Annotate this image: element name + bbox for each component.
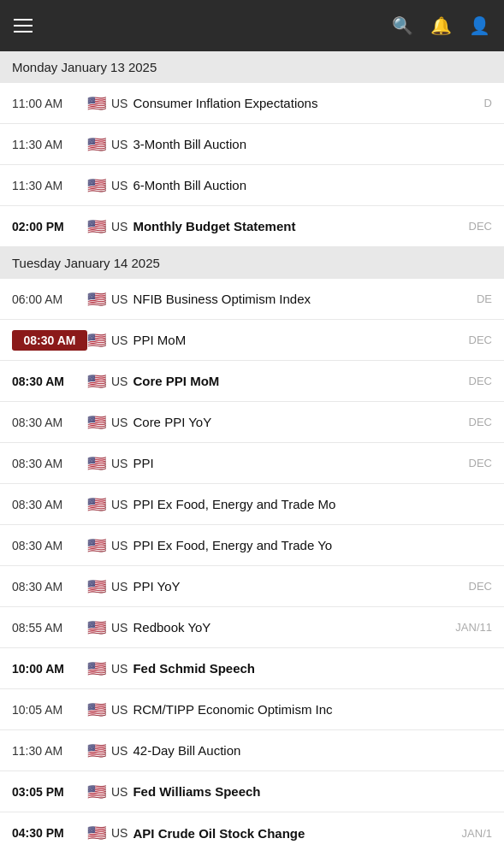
country-label: US [111,539,127,552]
country-flag: 🇺🇸 [87,577,106,596]
country-label: US [111,498,127,511]
event-tag: DEC [469,220,492,233]
event-row[interactable]: 06:00 AM🇺🇸USNFIB Business Optimism Index… [0,279,504,320]
event-row[interactable]: 08:30 AM🇺🇸USPPI Ex Food, Energy and Trad… [0,484,504,525]
event-time: 08:30 AM [12,580,87,593]
search-icon[interactable]: 🔍 [392,15,413,36]
event-time: 08:30 AM [12,498,87,511]
event-name: PPI MoM [133,333,464,347]
header-icons: 🔍 🔔 👤 [392,15,490,36]
event-name: 6-Month Bill Auction [133,178,492,192]
country-flag: 🇺🇸 [87,331,106,350]
country-label: US [111,416,127,429]
event-name: Redbook YoY [133,620,451,635]
country-flag: 🇺🇸 [87,176,106,195]
country-label: US [111,138,127,151]
event-time: 08:30 AM [12,330,87,351]
event-tag: DEC [469,416,492,428]
country-flag: 🇺🇸 [87,135,106,154]
country-flag: 🇺🇸 [87,217,106,236]
country-label: US [111,334,127,347]
date-header-0: Monday January 13 2025 [0,51,504,83]
country-flag: 🇺🇸 [87,94,106,113]
country-label: US [111,662,127,676]
event-row[interactable]: 08:30 AM🇺🇸USPPI YoYDEC [0,566,504,607]
notification-icon[interactable]: 🔔 [430,15,452,36]
event-name: 3-Month Bill Auction [133,137,492,151]
event-time: 06:00 AM [12,292,87,306]
country-flag: 🇺🇸 [87,782,106,801]
country-flag: 🇺🇸 [87,741,106,760]
event-row[interactable]: 11:30 AM🇺🇸US6-Month Bill Auction [0,165,504,206]
event-time: 08:30 AM [12,375,87,388]
event-time: 10:05 AM [12,703,87,717]
country-label: US [111,220,127,233]
event-time: 02:00 PM [12,220,87,233]
event-row[interactable]: 10:00 AM🇺🇸USFed Schmid Speech [0,648,504,689]
event-row[interactable]: 03:05 PM🇺🇸USFed Williams Speech [0,771,504,812]
event-time: 10:00 AM [12,662,87,676]
event-row[interactable]: 11:30 AM🇺🇸US42-Day Bill Auction [0,730,504,771]
event-row[interactable]: 10:05 AM🇺🇸USRCM/TIPP Economic Optimism I… [0,689,504,730]
event-tag: DEC [469,334,492,346]
event-time: 03:05 PM [12,785,87,799]
country-flag: 🇺🇸 [87,536,106,555]
country-flag: 🇺🇸 [87,372,106,391]
app-logo [44,17,392,34]
country-label: US [111,179,127,192]
event-row[interactable]: 08:30 AM🇺🇸USPPIDEC [0,443,504,484]
event-tag: JAN/11 [455,621,492,634]
calendar-content: Monday January 13 202511:00 AM🇺🇸USConsum… [0,51,504,853]
event-name: Consumer Inflation Expectations [133,96,479,110]
country-label: US [111,97,127,110]
country-flag: 🇺🇸 [87,824,106,842]
event-time: 11:30 AM [12,138,87,151]
country-flag: 🇺🇸 [87,413,106,432]
event-tag: JAN/1 [462,827,492,840]
country-label: US [111,457,127,470]
country-flag: 🇺🇸 [87,290,106,309]
country-label: US [111,292,127,306]
event-name: NFIB Business Optimism Index [133,292,471,306]
event-tag: DEC [469,457,492,469]
event-row[interactable]: 08:30 AM🇺🇸USCore PPI MoMDEC [0,361,504,402]
event-tag: D [484,97,492,109]
country-flag: 🇺🇸 [87,700,106,719]
event-row[interactable]: 08:55 AM🇺🇸USRedbook YoYJAN/11 [0,607,504,648]
event-name: PPI YoY [133,579,464,593]
event-name: RCM/TIPP Economic Optimism Inc [133,702,492,717]
event-tag: DEC [469,580,492,593]
country-label: US [111,621,127,635]
event-name: Monthly Budget Statement [133,219,464,233]
date-header-1: Tuesday January 14 2025 [0,247,504,279]
event-row[interactable]: 11:00 AM🇺🇸USConsumer Inflation Expectati… [0,83,504,124]
event-name: PPI Ex Food, Energy and Trade Yo [133,538,492,552]
event-time: 08:30 AM [12,457,87,470]
event-row[interactable]: 08:30 AM🇺🇸USCore PPI YoYDEC [0,402,504,443]
event-time: 08:55 AM [12,621,87,635]
event-row[interactable]: 11:30 AM🇺🇸US3-Month Bill Auction [0,124,504,165]
country-flag: 🇺🇸 [87,495,106,514]
user-icon[interactable]: 👤 [469,15,490,36]
event-name: Core PPI MoM [133,374,464,388]
menu-button[interactable] [14,19,33,32]
country-label: US [111,375,127,388]
event-name: PPI Ex Food, Energy and Trade Mo [133,497,492,511]
country-flag: 🇺🇸 [87,618,106,637]
event-name: API Crude Oil Stock Change [133,826,457,841]
country-flag: 🇺🇸 [87,454,106,473]
country-flag: 🇺🇸 [87,659,106,678]
country-label: US [111,580,127,593]
event-row[interactable]: 08:30 AM🇺🇸USPPI Ex Food, Energy and Trad… [0,525,504,566]
event-row[interactable]: 04:30 PM🇺🇸USAPI Crude Oil Stock ChangeJA… [0,812,504,853]
country-label: US [111,703,127,717]
event-time: 04:30 PM [12,826,87,840]
event-row[interactable]: 08:30 AM🇺🇸USPPI MoMDEC [0,320,504,361]
app-header: 🔍 🔔 👤 [0,0,504,51]
event-time: 11:30 AM [12,179,87,192]
event-name: Fed Williams Speech [133,784,492,799]
event-name: Core PPI YoY [133,415,464,429]
event-tag: DEC [469,375,492,387]
country-label: US [111,785,127,799]
event-row[interactable]: 02:00 PM🇺🇸USMonthly Budget StatementDEC [0,206,504,247]
